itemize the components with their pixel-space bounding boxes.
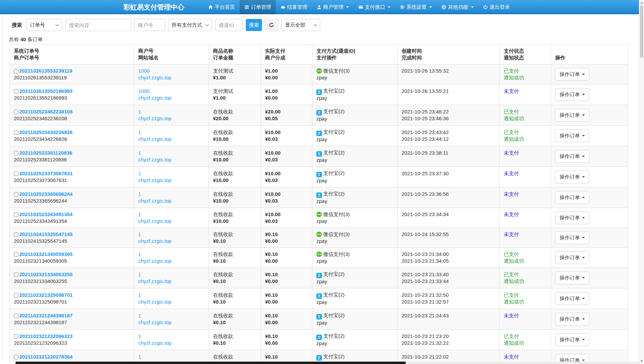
site-domain-link[interactable]: chyzf.zzgis.top (138, 340, 171, 346)
merchant-id-link[interactable]: 1 (138, 129, 141, 135)
merchant-id-link[interactable]: 1 (138, 211, 141, 217)
row-checkbox[interactable] (14, 69, 18, 73)
order-actions-button[interactable]: 操作订单 (555, 109, 589, 122)
site-domain-link[interactable]: chyzf.zzgis.top (138, 75, 171, 80)
vertical-scrollbar[interactable] (639, 0, 644, 364)
merchant-id-link[interactable]: 1 (138, 109, 141, 114)
merchant-id-link[interactable]: 1 (138, 150, 141, 156)
system-order-link[interactable]: 2021102613553239119 (19, 68, 72, 74)
order-actions-button[interactable]: 操作订单 (555, 333, 589, 346)
order-actions-button[interactable]: 操作订单 (555, 211, 589, 224)
row-checkbox[interactable] (14, 314, 18, 318)
vertical-scrollbar-thumb[interactable] (640, 5, 643, 58)
nav-item-merchants[interactable]: 商户管理 (312, 0, 354, 14)
system-order-link[interactable]: 2021102321244398187 (19, 313, 73, 318)
scroll-up-arrow[interactable] (640, 2, 643, 4)
row-checkbox[interactable] (14, 334, 18, 339)
system-order-link[interactable]: 2021102523381120836 (19, 150, 72, 156)
system-order-link[interactable]: 2021102523434226826 (19, 129, 73, 135)
merchant-id-link[interactable]: 1 (138, 251, 141, 257)
nav-item-logout[interactable]: 退出登录 (478, 0, 515, 14)
system-order-link[interactable]: 2021102523343491354 (19, 211, 73, 217)
system-order-link[interactable]: 2021102321334063255 (19, 271, 73, 277)
system-order-link[interactable]: 2021102321232096323 (19, 333, 73, 339)
merchant-id-link[interactable]: 1 (138, 313, 141, 318)
order-actions-button[interactable]: 操作订单 (555, 68, 589, 81)
row-checkbox[interactable] (14, 110, 18, 114)
scroll-down-arrow[interactable] (640, 360, 643, 362)
system-order-link[interactable]: 2021102523365696244 (19, 191, 73, 197)
row-checkbox[interactable] (14, 89, 18, 94)
order-actions-button[interactable]: 操作订单 (555, 313, 589, 326)
row-checkbox[interactable] (14, 151, 18, 155)
merchant-id-link[interactable]: 1 (138, 292, 141, 298)
merchant-order-no: 2021102321340059305 (14, 258, 130, 264)
channel-id-input[interactable] (215, 19, 243, 31)
row-checkbox[interactable] (14, 293, 18, 297)
display-filter-select[interactable]: 显示全部 (281, 19, 320, 31)
site-domain-link[interactable]: chyzf.zzgis.top (138, 157, 171, 162)
search-button[interactable]: 搜索 (246, 19, 262, 31)
payment-method-icon (316, 273, 322, 278)
system-order-link[interactable]: 2021102523462238108 (19, 109, 73, 114)
site-domain-link[interactable]: chyzf.zzgis.top (138, 238, 171, 244)
merchant-id-input[interactable] (134, 19, 165, 31)
merchant-id-link[interactable]: 1 (138, 231, 141, 237)
product-cell: 支付测试 ¥1.00 (209, 64, 261, 84)
horizontal-scrollbar-thumb[interactable] (16, 362, 406, 364)
horizontal-scrollbar[interactable] (0, 362, 639, 364)
order-actions-button[interactable]: 操作订单 (555, 231, 589, 244)
row-checkbox[interactable] (14, 212, 18, 217)
site-domain-link[interactable]: chyzf.zzgis.top (138, 258, 171, 264)
search-keyword-input[interactable] (65, 19, 131, 31)
site-domain-link[interactable]: chyzf.zzgis.top (138, 115, 171, 121)
nav-item-system-settings[interactable]: 系统设置 (395, 0, 437, 14)
pay-type-select[interactable]: 所有支付方式 (168, 19, 212, 31)
row-checkbox[interactable] (14, 252, 18, 257)
row-checkbox[interactable] (14, 272, 18, 277)
site-domain-link[interactable]: chyzf.zzgis.top (138, 278, 171, 284)
order-actions-button[interactable]: 操作订单 (555, 271, 589, 284)
caret-down-icon (582, 217, 585, 218)
merchant-id-link[interactable]: 1 (138, 171, 141, 176)
created-time: 2021-10-25 23:36:56 (402, 191, 495, 198)
search-type-select[interactable]: 订单号 (26, 19, 62, 31)
nav-item-other-functions[interactable]: 其他功能 (437, 0, 478, 14)
system-order-link[interactable]: 2021102321220278364 (19, 354, 73, 360)
site-domain-link[interactable]: chyzf.zzgis.top (138, 218, 171, 224)
order-actions-button[interactable]: 操作订单 (555, 191, 589, 204)
order-actions-button[interactable]: 操作订单 (555, 150, 589, 163)
site-domain-link[interactable]: chyzf.zzgis.top (138, 95, 171, 101)
system-order-link[interactable]: 2021102321340059305 (19, 251, 73, 257)
system-order-link[interactable]: 2021102415325547145 (19, 231, 73, 237)
nav-item-payment-api[interactable]: 支付接口 (354, 0, 395, 14)
nav-item-orders[interactable]: 订单管理 (240, 0, 276, 14)
site-domain-link[interactable]: chyzf.zzgis.top (138, 198, 171, 204)
order-actions-button[interactable]: 操作订单 (555, 171, 589, 183)
merchant-id-link[interactable]: 1 (138, 191, 141, 197)
merchant-id-link[interactable]: 1000 (138, 68, 149, 74)
nav-item-settlement[interactable]: 商户管理 结算管理 (276, 0, 312, 14)
merchant-id-link[interactable]: 1000 (138, 88, 149, 94)
order-actions-button[interactable]: 操作订单 (555, 292, 589, 305)
nav-item-home[interactable]: 平台首页 (204, 0, 240, 14)
merchant-id-link[interactable]: 1 (138, 354, 141, 360)
order-actions-button[interactable]: 操作订单 (555, 251, 589, 264)
site-domain-link[interactable]: chyzf.zzgis.top (138, 136, 171, 142)
site-domain-link[interactable]: chyzf.zzgis.top (138, 299, 171, 305)
system-order-link[interactable]: 2021102613552186993 (19, 88, 73, 94)
system-order-link[interactable]: 2021102321325098701 (19, 292, 73, 298)
row-checkbox[interactable] (14, 172, 18, 176)
row-checkbox[interactable] (14, 192, 18, 197)
merchant-id-link[interactable]: 1 (138, 271, 141, 277)
row-checkbox[interactable] (14, 130, 18, 135)
row-checkbox[interactable] (14, 232, 18, 237)
site-domain-link[interactable]: chyzf.zzgis.top (138, 177, 171, 183)
merchant-id-link[interactable]: 1 (138, 333, 141, 339)
site-domain-link[interactable]: chyzf.zzgis.top (138, 319, 171, 325)
order-actions-button[interactable]: 操作订单 (555, 129, 589, 142)
row-checkbox[interactable] (14, 355, 18, 359)
order-actions-button[interactable]: 操作订单 (555, 88, 589, 101)
refresh-button[interactable] (264, 19, 278, 31)
system-order-link[interactable]: 2021102523373067631 (19, 171, 73, 176)
